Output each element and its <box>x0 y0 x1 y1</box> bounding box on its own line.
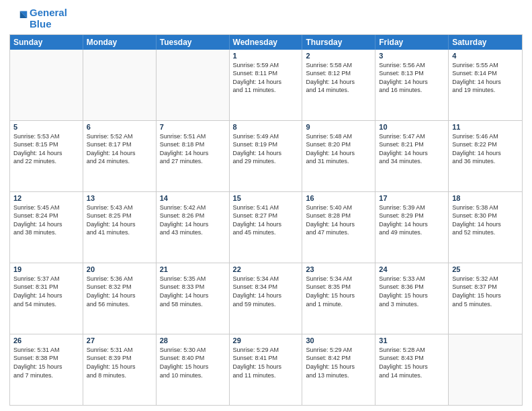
cal-cell: 23Sunrise: 5:34 AM Sunset: 8:35 PM Dayli… <box>302 263 375 334</box>
day-info: Sunrise: 5:48 AM Sunset: 8:20 PM Dayligh… <box>306 132 371 166</box>
day-info: Sunrise: 5:39 AM Sunset: 8:29 PM Dayligh… <box>379 203 445 237</box>
day-number: 29 <box>233 336 299 345</box>
day-number: 3 <box>379 52 445 60</box>
day-info: Sunrise: 5:31 AM Sunset: 8:39 PM Dayligh… <box>87 346 152 379</box>
day-number: 22 <box>233 265 299 273</box>
cal-cell <box>10 50 83 120</box>
page: General Blue SundayMondayTuesdayWednesda… <box>0 0 532 411</box>
cal-cell: 29Sunrise: 5:29 AM Sunset: 8:41 PM Dayli… <box>230 334 303 405</box>
day-info: Sunrise: 5:29 AM Sunset: 8:41 PM Dayligh… <box>233 346 299 379</box>
logo-icon <box>9 9 28 28</box>
cal-cell: 6Sunrise: 5:52 AM Sunset: 8:17 PM Daylig… <box>83 121 157 191</box>
cal-cell: 27Sunrise: 5:31 AM Sunset: 8:39 PM Dayli… <box>83 334 157 405</box>
day-number: 7 <box>160 123 226 131</box>
day-info: Sunrise: 5:55 AM Sunset: 8:14 PM Dayligh… <box>452 61 519 95</box>
cal-cell: 7Sunrise: 5:51 AM Sunset: 8:18 PM Daylig… <box>157 121 230 191</box>
cal-header-cell: Tuesday <box>157 35 230 50</box>
day-number: 26 <box>13 336 79 345</box>
cal-cell: 22Sunrise: 5:34 AM Sunset: 8:34 PM Dayli… <box>230 263 303 334</box>
day-number: 21 <box>160 265 226 273</box>
cal-cell: 18Sunrise: 5:38 AM Sunset: 8:30 PM Dayli… <box>449 192 522 263</box>
day-info: Sunrise: 5:56 AM Sunset: 8:13 PM Dayligh… <box>379 61 445 95</box>
cal-cell <box>83 50 157 120</box>
cal-cell: 12Sunrise: 5:45 AM Sunset: 8:24 PM Dayli… <box>10 192 83 263</box>
calendar-body: 1Sunrise: 5:59 AM Sunset: 8:11 PM Daylig… <box>10 50 522 406</box>
day-info: Sunrise: 5:37 AM Sunset: 8:31 PM Dayligh… <box>13 275 79 308</box>
cal-header-cell: Sunday <box>10 35 83 50</box>
day-info: Sunrise: 5:34 AM Sunset: 8:35 PM Dayligh… <box>306 275 371 308</box>
day-info: Sunrise: 5:53 AM Sunset: 8:15 PM Dayligh… <box>13 132 79 166</box>
cal-cell: 1Sunrise: 5:59 AM Sunset: 8:11 PM Daylig… <box>230 50 303 120</box>
day-info: Sunrise: 5:46 AM Sunset: 8:22 PM Dayligh… <box>452 132 519 166</box>
day-info: Sunrise: 5:42 AM Sunset: 8:26 PM Dayligh… <box>160 203 226 237</box>
cal-cell: 16Sunrise: 5:40 AM Sunset: 8:28 PM Dayli… <box>302 192 375 263</box>
day-number: 14 <box>160 194 226 202</box>
cal-row: 19Sunrise: 5:37 AM Sunset: 8:31 PM Dayli… <box>10 263 522 334</box>
cal-row: 26Sunrise: 5:31 AM Sunset: 8:38 PM Dayli… <box>10 334 522 405</box>
cal-cell: 20Sunrise: 5:36 AM Sunset: 8:32 PM Dayli… <box>83 263 157 334</box>
day-number: 4 <box>452 52 519 60</box>
day-info: Sunrise: 5:58 AM Sunset: 8:12 PM Dayligh… <box>306 61 371 95</box>
cal-cell: 15Sunrise: 5:41 AM Sunset: 8:27 PM Dayli… <box>230 192 303 263</box>
cal-cell <box>449 334 522 405</box>
cal-header-cell: Monday <box>83 35 157 50</box>
day-info: Sunrise: 5:28 AM Sunset: 8:43 PM Dayligh… <box>379 346 445 379</box>
day-number: 17 <box>379 194 445 202</box>
day-number: 31 <box>379 336 445 345</box>
cal-header-cell: Saturday <box>449 35 522 50</box>
cal-cell: 2Sunrise: 5:58 AM Sunset: 8:12 PM Daylig… <box>302 50 375 120</box>
cal-cell: 4Sunrise: 5:55 AM Sunset: 8:14 PM Daylig… <box>449 50 522 120</box>
cal-cell: 31Sunrise: 5:28 AM Sunset: 8:43 PM Dayli… <box>375 334 449 405</box>
cal-cell: 30Sunrise: 5:29 AM Sunset: 8:42 PM Dayli… <box>302 334 375 405</box>
cal-cell: 21Sunrise: 5:35 AM Sunset: 8:33 PM Dayli… <box>157 263 230 334</box>
cal-header-cell: Wednesday <box>230 35 303 50</box>
day-info: Sunrise: 5:47 AM Sunset: 8:21 PM Dayligh… <box>379 132 445 166</box>
day-number: 8 <box>233 123 299 131</box>
cal-row: 12Sunrise: 5:45 AM Sunset: 8:24 PM Dayli… <box>10 191 522 263</box>
day-number: 25 <box>452 265 519 273</box>
day-info: Sunrise: 5:33 AM Sunset: 8:36 PM Dayligh… <box>379 275 445 308</box>
day-info: Sunrise: 5:29 AM Sunset: 8:42 PM Dayligh… <box>306 346 371 379</box>
day-number: 12 <box>13 194 79 202</box>
day-info: Sunrise: 5:59 AM Sunset: 8:11 PM Dayligh… <box>233 61 299 95</box>
calendar-header: SundayMondayTuesdayWednesdayThursdayFrid… <box>10 35 522 50</box>
logo: General Blue <box>9 7 67 30</box>
cal-cell: 17Sunrise: 5:39 AM Sunset: 8:29 PM Dayli… <box>375 192 449 263</box>
cal-cell: 25Sunrise: 5:32 AM Sunset: 8:37 PM Dayli… <box>449 263 522 334</box>
day-number: 20 <box>87 265 152 273</box>
day-number: 27 <box>87 336 152 345</box>
day-info: Sunrise: 5:34 AM Sunset: 8:34 PM Dayligh… <box>233 275 299 308</box>
day-number: 15 <box>233 194 299 202</box>
cal-cell: 14Sunrise: 5:42 AM Sunset: 8:26 PM Dayli… <box>157 192 230 263</box>
cal-cell: 10Sunrise: 5:47 AM Sunset: 8:21 PM Dayli… <box>375 121 449 191</box>
day-number: 13 <box>87 194 152 202</box>
day-info: Sunrise: 5:45 AM Sunset: 8:24 PM Dayligh… <box>13 203 79 237</box>
day-info: Sunrise: 5:31 AM Sunset: 8:38 PM Dayligh… <box>13 346 79 379</box>
day-number: 9 <box>306 123 371 131</box>
cal-cell: 5Sunrise: 5:53 AM Sunset: 8:15 PM Daylig… <box>10 121 83 191</box>
cal-row: 5Sunrise: 5:53 AM Sunset: 8:15 PM Daylig… <box>10 120 522 191</box>
day-number: 2 <box>306 52 371 60</box>
cal-cell <box>157 50 230 120</box>
day-info: Sunrise: 5:52 AM Sunset: 8:17 PM Dayligh… <box>87 132 152 166</box>
day-info: Sunrise: 5:41 AM Sunset: 8:27 PM Dayligh… <box>233 203 299 237</box>
cal-cell: 24Sunrise: 5:33 AM Sunset: 8:36 PM Dayli… <box>375 263 449 334</box>
day-number: 23 <box>306 265 371 273</box>
day-number: 1 <box>233 52 299 60</box>
day-number: 6 <box>87 123 152 131</box>
day-number: 16 <box>306 194 371 202</box>
cal-cell: 9Sunrise: 5:48 AM Sunset: 8:20 PM Daylig… <box>302 121 375 191</box>
day-info: Sunrise: 5:49 AM Sunset: 8:19 PM Dayligh… <box>233 132 299 166</box>
cal-cell: 11Sunrise: 5:46 AM Sunset: 8:22 PM Dayli… <box>449 121 522 191</box>
logo-text: General Blue <box>30 7 67 30</box>
day-info: Sunrise: 5:38 AM Sunset: 8:30 PM Dayligh… <box>452 203 519 237</box>
day-number: 28 <box>160 336 226 345</box>
cal-cell: 19Sunrise: 5:37 AM Sunset: 8:31 PM Dayli… <box>10 263 83 334</box>
day-info: Sunrise: 5:36 AM Sunset: 8:32 PM Dayligh… <box>87 275 152 308</box>
day-number: 11 <box>452 123 519 131</box>
cal-cell: 13Sunrise: 5:43 AM Sunset: 8:25 PM Dayli… <box>83 192 157 263</box>
day-number: 19 <box>13 265 79 273</box>
calendar: SundayMondayTuesdayWednesdayThursdayFrid… <box>9 34 523 406</box>
day-info: Sunrise: 5:30 AM Sunset: 8:40 PM Dayligh… <box>160 346 226 379</box>
day-number: 5 <box>13 123 79 131</box>
